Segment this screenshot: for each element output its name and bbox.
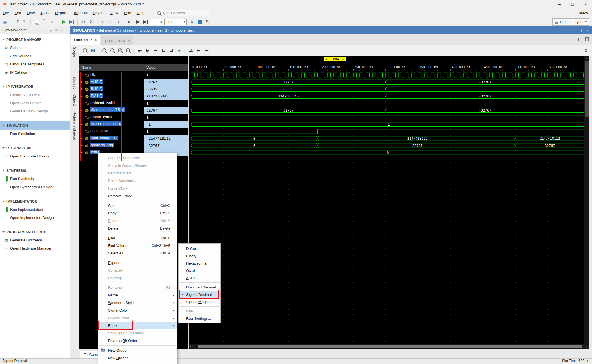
- menu-item-ascii[interactable]: ASCII: [179, 274, 220, 281]
- value-column-header[interactable]: Value: [144, 64, 188, 71]
- go-to-start-icon[interactable]: ⇤: [136, 47, 143, 54]
- menu-item-go-to-source-code[interactable]: Go To Source Code: [98, 154, 177, 162]
- tab-ipcore-test-v[interactable]: ipcore_test.v×: [101, 36, 133, 45]
- sidebar-item-add-sources[interactable]: +Add Sources: [0, 52, 70, 60]
- scroll-right-icon[interactable]: ›: [192, 344, 193, 348]
- sidebar-item-generate-bitstream[interactable]: ▦Generate Bitstream: [0, 236, 70, 244]
- minimize-button[interactable]: ─: [553, 0, 566, 8]
- undo-icon[interactable]: ↺: [13, 18, 21, 26]
- close-button[interactable]: ×: [579, 0, 592, 8]
- sidebar-item-open-block-design[interactable]: Open Block Design: [0, 99, 70, 107]
- toggle-panels-icon[interactable]: ⇄: [50, 28, 53, 32]
- close-icon[interactable]: ×: [128, 39, 130, 43]
- run-icon[interactable]: [60, 18, 67, 26]
- sidebar-item-create-block-design[interactable]: Create Block Design: [0, 91, 70, 99]
- sum-icon[interactable]: Σ: [87, 18, 95, 26]
- signal-value[interactable]: 1: [144, 72, 188, 79]
- menu-item-unsigned-decimal[interactable]: Unsigned Decimal: [179, 283, 220, 291]
- signal-name-row[interactable]: ▸quotient[15:0]: [79, 142, 144, 149]
- menu-item-binary[interactable]: Binary: [179, 252, 220, 259]
- menu-item-signal-color[interactable]: Signal Color▸: [98, 307, 177, 314]
- expand-arrow-icon[interactable]: ▸: [81, 108, 83, 112]
- signal-value[interactable]: -1: [144, 121, 188, 128]
- side-tab-scope[interactable]: Scope: [72, 47, 76, 57]
- run-for-icon[interactable]: [142, 18, 149, 26]
- menu-item-default[interactable]: Default: [179, 245, 220, 252]
- waveform-settings-gear-icon[interactable]: ⚙: [582, 47, 590, 54]
- menubar-item-flow[interactable]: Flow: [24, 8, 38, 17]
- swap-cursors-icon[interactable]: ⇄: [187, 47, 195, 54]
- flow-section-header-project-manager[interactable]: PROJECT MANAGER: [0, 35, 70, 44]
- menu-item-find-value[interactable]: Find Value...Ctrl+Shift+F: [98, 242, 177, 249]
- signal-value[interactable]: -32767: [144, 142, 188, 149]
- menu-item-force-constant[interactable]: Force Constant...: [98, 177, 177, 185]
- step-icon[interactable]: ↳: [188, 18, 196, 26]
- menu-item-octal[interactable]: Octal: [179, 267, 220, 274]
- menu-item-signed-decimal[interactable]: ✓Signed Decimal: [179, 291, 220, 298]
- menu-item-find[interactable]: Find...Ctrl+F: [98, 234, 177, 242]
- name-column-header[interactable]: Name: [79, 64, 144, 71]
- flow-section-header-simulation[interactable]: SIMULATION: [0, 121, 70, 130]
- signal-name-row[interactable]: ▸P[31:0]: [79, 93, 144, 100]
- horizontal-scrollbar[interactable]: ‹ ›: [189, 344, 584, 349]
- horizontal-scroll-thumb[interactable]: [198, 345, 582, 348]
- zoom-to-cursor-icon[interactable]: |: [125, 47, 132, 54]
- close-icon[interactable]: ×: [586, 28, 589, 32]
- sidebar-item-language-templates[interactable]: ▤Language Templates: [0, 60, 70, 68]
- delete-icon[interactable]: ×: [48, 18, 56, 26]
- menu-item-show-in-object-window[interactable]: Show in Object Window: [98, 162, 177, 169]
- close-icon[interactable]: ×: [95, 38, 97, 42]
- step-run-icon[interactable]: [68, 18, 75, 26]
- help-icon[interactable]: ?: [580, 28, 582, 32]
- signal-name-row[interactable]: divisor_tvalid: [79, 114, 144, 121]
- menubar-item-run[interactable]: Run: [121, 8, 134, 17]
- expand-arrow-icon[interactable]: ▸: [81, 80, 83, 84]
- menubar-item-file[interactable]: File: [0, 8, 12, 17]
- expand-arrow-icon[interactable]: ▸: [81, 150, 83, 154]
- waveform-canvas[interactable]: 0.000 ns50.000 ns100.000 ns150.000 ns200…: [189, 56, 584, 344]
- flow-section-header-program-and-debug[interactable]: PROGRAM AND DEBUG: [0, 228, 70, 236]
- signal-name-row[interactable]: clk: [79, 72, 144, 79]
- play-wave-icon[interactable]: [144, 47, 151, 54]
- menu-item-hexadecimal[interactable]: Hexadecimal: [179, 259, 220, 267]
- vertical-scrollbar[interactable]: ▲ ▼: [584, 56, 589, 349]
- menubar-item-view[interactable]: View: [107, 8, 121, 17]
- sidebar-item-run-synthesis[interactable]: Run Synthesis: [0, 175, 70, 183]
- dock-icon[interactable]: ⊞: [55, 28, 58, 32]
- menu-item-rename[interactable]: RenameF2: [98, 284, 177, 291]
- menubar-item-tools[interactable]: Tools: [38, 8, 52, 17]
- expand-arrow-icon[interactable]: ▸: [81, 143, 83, 147]
- dashboard-icon[interactable]: ▦: [2, 18, 9, 26]
- sidebar-item-open-synthesized-design[interactable]: ›Open Synthesized Design: [0, 183, 70, 191]
- signal-value[interactable]: 32767: [144, 79, 188, 86]
- crosshair-icon[interactable]: +: [115, 18, 122, 26]
- search-icon[interactable]: [81, 47, 89, 54]
- copy-icon[interactable]: [33, 18, 40, 26]
- menu-item-report-drivers[interactable]: Report Drivers: [98, 169, 177, 177]
- menu-item-radix[interactable]: Radix▸: [98, 322, 177, 329]
- go-to-end-icon[interactable]: ⇥: [152, 47, 159, 54]
- menu-item-paste[interactable]: PasteCtrl+V: [98, 217, 177, 225]
- menu-item-divider-color[interactable]: Divider Color▸: [98, 314, 177, 322]
- flow-section-header-implementation[interactable]: IMPLEMENTATION: [0, 197, 70, 205]
- signal-value[interactable]: 32767: [144, 107, 188, 114]
- add-marker-icon[interactable]: +: [176, 47, 183, 54]
- signal-name-row[interactable]: dividend_tvalid: [79, 100, 144, 107]
- settings-gear-icon[interactable]: ⚙: [79, 18, 87, 26]
- signal-name-row[interactable]: ▸dout_tdata[31:0]: [79, 135, 144, 142]
- sidebar-item-run-simulation[interactable]: Run Simulation: [0, 130, 70, 138]
- menu-item-real[interactable]: Real: [179, 307, 220, 315]
- signal-value[interactable]: 1: [144, 128, 188, 135]
- next-transition-icon[interactable]: ⇉: [168, 47, 175, 54]
- expand-arrow-icon[interactable]: ▸: [81, 136, 83, 140]
- signal-value[interactable]: 2147385345: [144, 93, 188, 100]
- scroll-left-icon[interactable]: ‹: [190, 344, 191, 348]
- breakpoint-icon[interactable]: ⊗: [99, 18, 106, 26]
- expand-arrow-icon[interactable]: ▸: [81, 122, 83, 126]
- menu-item-ungroup[interactable]: Ungroup: [98, 274, 177, 282]
- scroll-up-icon[interactable]: ▲: [586, 57, 588, 60]
- probe-icon[interactable]: ⊙: [107, 18, 114, 26]
- menubar-item-layout[interactable]: Layout: [90, 8, 107, 17]
- vertical-scroll-thumb[interactable]: [585, 61, 589, 117]
- menu-item-show-as-enumeration[interactable]: Show as Enumeration: [98, 329, 177, 337]
